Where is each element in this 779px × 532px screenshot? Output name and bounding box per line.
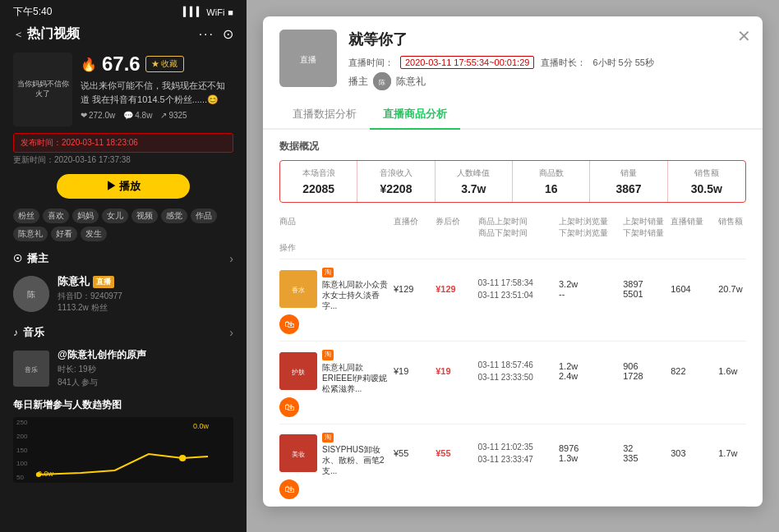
anchor-section-title: ☉ 播主 bbox=[13, 251, 48, 266]
modal-header-info: 就等你了 直播时间： 2020-03-11 17:55:34~00:01:29 … bbox=[348, 30, 746, 90]
anchor-details: 陈意礼 直播 抖音ID：9240977 1113.2w 粉丝 bbox=[58, 274, 233, 314]
platform-badge-3: 淘 bbox=[322, 433, 334, 443]
table-row: 美妆 淘 SISYPHUS卸妆水、散粉、画笔2支... ¥55 ¥55 03-1… bbox=[279, 424, 746, 507]
modal-title: 就等你了 bbox=[348, 30, 746, 49]
music-section-label: 音乐 bbox=[23, 325, 44, 340]
tag-works[interactable]: 作品 bbox=[191, 209, 217, 223]
music-participants: 841人 参与 bbox=[58, 377, 233, 388]
tag-nice[interactable]: 好看 bbox=[51, 227, 77, 241]
tag-happen[interactable]: 发生 bbox=[81, 227, 107, 241]
comments-stat: 💬 4.8w bbox=[123, 111, 152, 120]
collect-button[interactable]: ★ 收藏 bbox=[145, 56, 184, 72]
action-button-2[interactable]: 🛍 bbox=[279, 397, 299, 417]
action-button-1[interactable]: 🛍 bbox=[279, 314, 299, 334]
tag-daughter[interactable]: 女儿 bbox=[102, 209, 128, 223]
products-table-header: 商品 直播价 券后价 商品上架时间商品下架时间 上架时浏览量下架时浏览量 上架时… bbox=[279, 211, 746, 259]
product-image-1: 香水 bbox=[279, 270, 317, 308]
direct-sales-1: 1604 bbox=[671, 284, 715, 294]
tab-data-analysis[interactable]: 直播数据分析 bbox=[279, 100, 370, 130]
likes-stat: ❤ 272.0w bbox=[81, 111, 115, 120]
phone-panel: 下午5:40 ▍▍▍ WiFi ■ ＜ 热门视频 ··· ⊙ 当你妈妈不信你火了… bbox=[0, 0, 247, 532]
live-time-range: 2020-03-11 17:55:34~00:01:29 bbox=[400, 56, 534, 69]
stat-label-product-count: 商品数 bbox=[518, 167, 584, 179]
video-card: 当你妈妈不信你火了 🔥 67.6 ★ 收藏 说出来你可能不信，我妈现在还不知道 … bbox=[0, 46, 247, 133]
col-sales-timing: 上架时销量下架时销量 bbox=[623, 216, 667, 239]
col-live-price: 直播价 bbox=[394, 216, 432, 239]
stat-label-sound-wave: 本场音浪 bbox=[285, 167, 352, 179]
duration-label: 直播时长： bbox=[541, 57, 586, 69]
back-button[interactable]: ＜ bbox=[13, 27, 24, 42]
music-section-header: ♪ 音乐 › bbox=[0, 319, 247, 343]
product-name-1: 淘 陈意礼同款小众贵水女士持久淡香字... bbox=[322, 266, 390, 311]
hot-number: 67.6 bbox=[102, 53, 141, 76]
trend-label-200: 200 bbox=[16, 433, 27, 440]
publish-time: 发布时间：2020-03-11 18:23:06 bbox=[13, 133, 233, 153]
svg-text:音乐: 音乐 bbox=[25, 366, 38, 374]
product-thumbnail-3: 美妆 bbox=[279, 434, 317, 472]
stat-cell-sound-wave: 本场音浪 22085 bbox=[280, 161, 357, 202]
target-icon[interactable]: ⊙ bbox=[223, 26, 233, 42]
direct-sales-2: 822 bbox=[671, 366, 715, 376]
stats-overview: 数据概况 本场音浪 22085 音浪收入 ¥2208 人数峰值 3.7w bbox=[263, 130, 763, 203]
anchor-card: 陈 陈意礼 直播 抖音ID：9240977 1113.2w 粉丝 bbox=[0, 269, 247, 319]
more-icon[interactable]: ··· bbox=[199, 27, 214, 42]
tag-anchor[interactable]: 陈意礼 bbox=[13, 227, 48, 241]
close-button[interactable]: ✕ bbox=[737, 26, 751, 46]
shares-stat: ↗ 9325 bbox=[160, 111, 187, 120]
anchor-live-badge: 直播 bbox=[93, 276, 114, 288]
anchor-modal-name: 陈意礼 bbox=[396, 75, 426, 89]
product-thumbnail-2: 护肤 bbox=[279, 352, 317, 390]
svg-text:香水: 香水 bbox=[292, 287, 305, 294]
battery-icon: ■ bbox=[228, 7, 233, 17]
revenue-1: 20.7w bbox=[718, 284, 746, 294]
anchor-icon: ☉ bbox=[13, 253, 22, 264]
tag-mom[interactable]: 妈妈 bbox=[72, 209, 99, 223]
update-time: 更新时间：2020-03-16 17:37:38 bbox=[13, 154, 233, 166]
trend-label-150: 150 bbox=[16, 447, 27, 454]
revenue-2: 1.6w bbox=[718, 366, 746, 376]
col-sale-price: 券后价 bbox=[436, 216, 474, 239]
tag-feel[interactable]: 感觉 bbox=[161, 209, 187, 223]
tab-product-analysis[interactable]: 直播商品分析 bbox=[370, 100, 460, 130]
stat-cell-income: 音浪收入 ¥2208 bbox=[357, 161, 435, 202]
modal-header: 直播 就等你了 直播时间： 2020-03-11 17:55:34~00:01:… bbox=[263, 16, 763, 100]
stat-value-revenue: 30.5w bbox=[673, 182, 740, 195]
wifi-icon: WiFi bbox=[206, 7, 224, 17]
svg-text:护肤: 护肤 bbox=[291, 369, 305, 376]
tag-like[interactable]: 喜欢 bbox=[43, 209, 69, 223]
play-button-row: ▶ 播放 bbox=[0, 167, 247, 205]
direct-sales-3: 303 bbox=[671, 448, 715, 458]
stat-label-sales: 销量 bbox=[595, 167, 661, 179]
svg-text:直播: 直播 bbox=[300, 55, 316, 64]
play-button[interactable]: ▶ 播放 bbox=[57, 174, 191, 199]
live-time-label: 直播时间： bbox=[348, 57, 394, 69]
tag-fans[interactable]: 粉丝 bbox=[13, 209, 39, 223]
fire-icon: 🔥 bbox=[81, 57, 97, 72]
video-info: 🔥 67.6 ★ 收藏 说出来你可能不信，我妈现在还不知道 我在抖音有1014.… bbox=[81, 53, 233, 126]
products-section: 商品 直播价 券后价 商品上架时间商品下架时间 上架时浏览量下架时浏览量 上架时… bbox=[263, 203, 763, 507]
sale-price-2: ¥19 bbox=[436, 366, 474, 376]
music-avatar: 音乐 bbox=[13, 351, 49, 387]
status-time: 下午5:40 bbox=[13, 5, 52, 19]
anchor-mini-avatar: 陈 bbox=[373, 72, 391, 90]
live-price-1: ¥129 bbox=[394, 284, 432, 294]
stat-value-income: ¥2208 bbox=[362, 182, 429, 195]
video-thumb-text: 当你妈妈不信你火了 bbox=[13, 76, 72, 102]
trend-bottom-value: 0.0w bbox=[38, 470, 53, 478]
platform-badge-2: 淘 bbox=[322, 350, 334, 360]
tag-video[interactable]: 视频 bbox=[131, 209, 158, 223]
trend-label-100: 100 bbox=[16, 460, 27, 467]
stat-label-revenue: 销售额 bbox=[673, 167, 740, 179]
stat-cell-product-count: 商品数 16 bbox=[513, 161, 590, 202]
views-cell-1: 3.2w -- bbox=[559, 279, 620, 299]
anchor-id: 抖音ID：9240977 bbox=[58, 291, 233, 302]
stat-value-sales: 3867 bbox=[595, 182, 661, 195]
action-button-3[interactable]: 🛍 bbox=[279, 479, 299, 499]
svg-text:陈: 陈 bbox=[27, 290, 35, 299]
music-chevron-icon[interactable]: › bbox=[229, 326, 233, 339]
modal-video-thumbnail: 直播 bbox=[279, 30, 337, 87]
time-cell-3: 03-11 21:02:35 03-11 23:33:47 bbox=[478, 441, 556, 466]
music-duration: 时长: 19秒 bbox=[58, 364, 233, 375]
revenue-3: 1.7w bbox=[718, 448, 746, 458]
anchor-chevron-icon[interactable]: › bbox=[229, 252, 233, 265]
